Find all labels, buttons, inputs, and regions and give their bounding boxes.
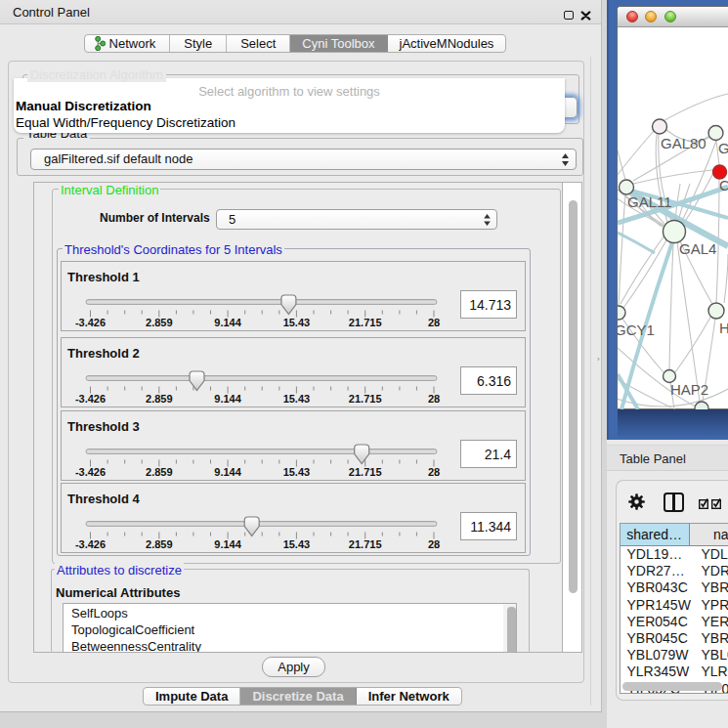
svg-text:9.144: 9.144 <box>214 538 241 550</box>
svg-text:GA: GA <box>718 140 728 156</box>
svg-text:28: 28 <box>428 393 440 405</box>
svg-text:9.144: 9.144 <box>214 466 241 478</box>
svg-text:-3.426: -3.426 <box>75 466 106 478</box>
svg-text:21.715: 21.715 <box>349 317 382 328</box>
svg-text:2.859: 2.859 <box>146 317 173 328</box>
svg-text:-3.426: -3.426 <box>75 538 106 550</box>
svg-text:-3.426: -3.426 <box>75 393 106 405</box>
svg-text:28: 28 <box>428 466 440 478</box>
svg-text:9.144: 9.144 <box>214 393 241 405</box>
svg-text:2.859: 2.859 <box>146 466 173 478</box>
svg-text:15.43: 15.43 <box>283 393 311 405</box>
svg-text:21.715: 21.715 <box>349 466 382 478</box>
svg-text:GAL4: GAL4 <box>679 240 716 257</box>
svg-text:28: 28 <box>428 317 440 328</box>
svg-text:GAL80: GAL80 <box>661 135 707 151</box>
svg-text:15.43: 15.43 <box>283 538 311 550</box>
svg-text:2.859: 2.859 <box>146 538 173 550</box>
svg-text:28: 28 <box>428 538 440 550</box>
svg-text:H: H <box>719 320 728 336</box>
svg-text:GAL11: GAL11 <box>627 193 672 210</box>
svg-text:21.715: 21.715 <box>349 393 382 405</box>
svg-text:GCY1: GCY1 <box>618 321 655 338</box>
svg-text:15.43: 15.43 <box>283 466 311 478</box>
svg-text:15.43: 15.43 <box>283 317 311 328</box>
svg-text:-3.426: -3.426 <box>75 317 106 328</box>
svg-text:9.144: 9.144 <box>214 317 241 328</box>
svg-text:C: C <box>719 177 728 193</box>
svg-text:2.859: 2.859 <box>146 393 173 405</box>
svg-text:HAP2: HAP2 <box>670 381 708 398</box>
svg-text:21.715: 21.715 <box>349 538 382 550</box>
